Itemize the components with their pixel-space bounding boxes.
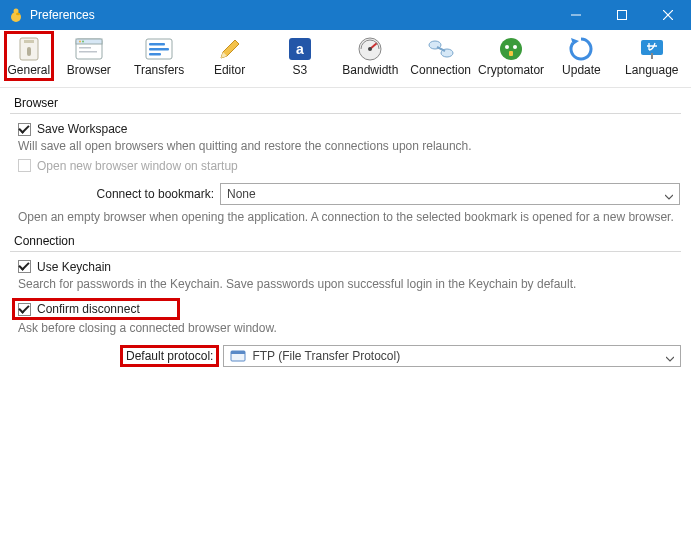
use-keychain-label[interactable]: Use Keychain: [37, 260, 111, 274]
svg-rect-17: [149, 43, 165, 45]
app-icon: [8, 7, 24, 23]
window-title: Preferences: [30, 8, 553, 22]
cryptomator-icon: [496, 35, 526, 63]
connection-group-title: Connection: [10, 234, 681, 250]
confirm-disconnect-label[interactable]: Confirm disconnect: [37, 302, 140, 316]
minimize-button[interactable]: [553, 0, 599, 30]
tab-update[interactable]: Update: [548, 33, 614, 79]
default-protocol-row: Default protocol: FTP (File Transfer Pro…: [18, 345, 681, 367]
transfers-icon: [144, 35, 174, 63]
tab-browser[interactable]: Browser: [56, 33, 122, 79]
tab-cryptomator-label: Cryptomator: [478, 63, 544, 77]
svg-rect-29: [509, 51, 513, 56]
ftp-icon: [230, 348, 246, 364]
connect-bookmark-label: Connect to bookmark:: [18, 187, 214, 201]
save-workspace-row: Save Workspace: [18, 122, 681, 136]
preferences-toolbar: General Browser Transfers Editor a S3 Ba…: [0, 30, 691, 88]
editor-icon: [215, 35, 245, 63]
maximize-button[interactable]: [599, 0, 645, 30]
connection-icon: [426, 35, 456, 63]
svg-rect-8: [24, 40, 34, 43]
bandwidth-icon: [355, 35, 385, 63]
svg-rect-33: [231, 351, 245, 354]
svg-rect-19: [149, 53, 161, 55]
s3-icon: a: [285, 35, 315, 63]
tab-bandwidth-label: Bandwidth: [342, 63, 398, 77]
tab-s3-label: S3: [293, 63, 308, 77]
use-keychain-checkbox[interactable]: [18, 260, 31, 273]
open-new-row: Open new browser window on startup: [18, 159, 681, 173]
browser-group-title: Browser: [10, 96, 681, 112]
divider: [10, 251, 681, 252]
preferences-body: Browser Save Workspace Will save all ope…: [0, 88, 691, 383]
svg-rect-15: [79, 51, 97, 53]
save-workspace-desc: Will save all open browsers when quittin…: [18, 138, 681, 155]
save-workspace-label[interactable]: Save Workspace: [37, 122, 128, 136]
confirm-disconnect-checkbox[interactable]: [18, 303, 31, 316]
tab-browser-label: Browser: [67, 63, 111, 77]
connection-group: Connection Use Keychain Search for passw…: [10, 234, 681, 368]
tab-connection[interactable]: Connection: [408, 33, 474, 79]
confirm-disconnect-row: Confirm disconnect: [14, 300, 178, 318]
tab-transfers[interactable]: Transfers: [126, 33, 192, 79]
svg-point-12: [79, 41, 81, 43]
title-bar: Preferences: [0, 0, 691, 30]
connect-bookmark-desc: Open an empty browser when opening the a…: [18, 209, 681, 226]
tab-editor-label: Editor: [214, 63, 245, 77]
tab-s3[interactable]: a S3: [267, 33, 333, 79]
default-protocol-label: Default protocol:: [122, 347, 217, 365]
confirm-disconnect-desc: Ask before closing a connected browser w…: [18, 320, 681, 337]
tab-connection-label: Connection: [410, 63, 471, 77]
general-icon: [14, 35, 44, 63]
svg-point-23: [368, 47, 372, 51]
svg-rect-31: [651, 53, 653, 59]
svg-rect-18: [149, 48, 169, 50]
connect-bookmark-select[interactable]: None: [220, 183, 680, 205]
svg-point-28: [513, 45, 517, 49]
svg-point-27: [505, 45, 509, 49]
svg-rect-14: [79, 47, 91, 49]
svg-rect-4: [618, 11, 627, 20]
open-new-label: Open new browser window on startup: [37, 159, 238, 173]
svg-text:a: a: [296, 41, 304, 57]
default-protocol-select[interactable]: FTP (File Transfer Protocol): [223, 345, 681, 367]
svg-point-26: [500, 38, 522, 60]
connect-bookmark-row: Connect to bookmark: None: [18, 183, 681, 205]
save-workspace-checkbox[interactable]: [18, 123, 31, 136]
language-icon: [637, 35, 667, 63]
svg-point-13: [82, 41, 84, 43]
open-new-checkbox: [18, 159, 31, 172]
divider: [10, 113, 681, 114]
browser-group: Browser Save Workspace Will save all ope…: [10, 96, 681, 226]
svg-rect-30: [641, 40, 663, 55]
default-protocol-value: FTP (File Transfer Protocol): [252, 349, 400, 363]
update-icon: [566, 35, 596, 63]
tab-transfers-label: Transfers: [134, 63, 184, 77]
connect-bookmark-value: None: [227, 187, 256, 201]
svg-point-2: [16, 13, 20, 15]
tab-language-label: Language: [625, 63, 678, 77]
browser-icon: [74, 35, 104, 63]
svg-rect-9: [27, 47, 31, 56]
tab-general-label: General: [7, 63, 50, 77]
chevron-down-icon: [665, 190, 673, 198]
svg-point-1: [14, 9, 19, 14]
tab-general[interactable]: General: [6, 33, 52, 79]
tab-editor[interactable]: Editor: [196, 33, 262, 79]
tab-update-label: Update: [562, 63, 601, 77]
close-button[interactable]: [645, 0, 691, 30]
use-keychain-row: Use Keychain: [18, 260, 681, 274]
tab-cryptomator[interactable]: Cryptomator: [478, 33, 544, 79]
use-keychain-desc: Search for passwords in the Keychain. Sa…: [18, 276, 681, 293]
tab-language[interactable]: Language: [619, 33, 685, 79]
tab-bandwidth[interactable]: Bandwidth: [337, 33, 403, 79]
chevron-down-icon: [666, 352, 674, 360]
